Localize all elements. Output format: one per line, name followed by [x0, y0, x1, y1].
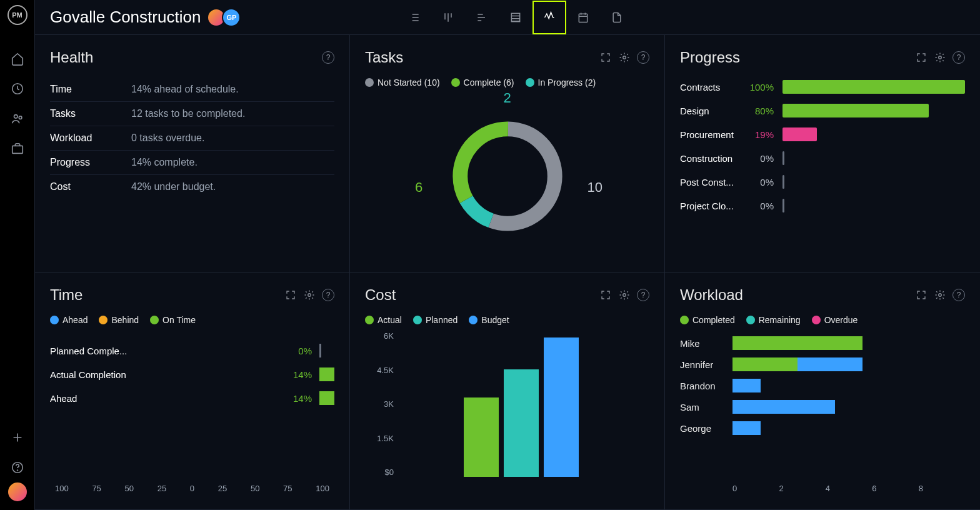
- expand-icon[interactable]: [915, 51, 928, 64]
- legend-item: Not Started (10): [365, 78, 440, 88]
- svg-rect-6: [511, 13, 519, 21]
- help-icon[interactable]: ?: [322, 289, 334, 301]
- health-row: Workload0 tasks overdue.: [50, 126, 334, 151]
- nav-help[interactable]: [5, 452, 30, 482]
- gear-icon[interactable]: [934, 289, 946, 301]
- help-icon[interactable]: ?: [322, 51, 334, 64]
- expand-icon[interactable]: [599, 289, 612, 301]
- view-sheet[interactable]: [499, 1, 532, 34]
- progress-panel: Progress ? Contracts100% Design80% Procu…: [665, 35, 980, 272]
- donut-value: 10: [588, 179, 602, 196]
- legend-item: On Time: [150, 315, 196, 325]
- health-row: Progress14% complete.: [50, 151, 334, 175]
- gear-icon[interactable]: [303, 289, 316, 301]
- legend-item: Budget: [469, 315, 509, 325]
- view-calendar[interactable]: [566, 1, 600, 34]
- health-row: Time14% ahead of schedule.: [50, 78, 334, 102]
- svg-point-15: [939, 294, 942, 297]
- nav-add[interactable]: [5, 422, 30, 452]
- panel-title: Cost: [365, 286, 396, 304]
- progress-bars: Contracts100% Design80% Procurement19% C…: [680, 80, 965, 212]
- expand-icon[interactable]: [599, 51, 612, 64]
- view-switcher: [398, 1, 809, 34]
- svg-point-1: [14, 115, 18, 119]
- app-logo[interactable]: PM: [8, 5, 28, 25]
- nav-portfolio[interactable]: [5, 134, 30, 164]
- legend-item: Overdue: [812, 315, 858, 325]
- legend-item: Behind: [99, 315, 139, 325]
- expand-icon[interactable]: [284, 289, 297, 301]
- svg-point-14: [623, 294, 626, 297]
- cost-bar-budget: [544, 338, 579, 477]
- legend-item: Ahead: [50, 315, 88, 325]
- help-icon[interactable]: ?: [637, 51, 649, 64]
- donut-value: 6: [415, 179, 422, 196]
- panel-title: Workload: [680, 286, 743, 304]
- svg-point-13: [308, 294, 311, 297]
- cost-panel: Cost ? Actual Planned Budget 6K4.5K3K1.5…: [350, 272, 665, 510]
- svg-point-12: [939, 56, 942, 59]
- svg-point-5: [17, 470, 18, 471]
- health-row: Tasks12 tasks to be completed.: [50, 102, 334, 126]
- svg-rect-7: [579, 14, 587, 22]
- view-board[interactable]: [431, 1, 465, 34]
- cost-bar-actual: [464, 398, 499, 477]
- svg-point-2: [19, 116, 22, 119]
- cost-bar-planned: [504, 369, 539, 477]
- legend-item: Completed: [680, 315, 735, 325]
- workload-axis: 02468: [680, 484, 965, 496]
- project-title: Govalle Construction: [50, 8, 201, 27]
- left-nav-rail: PM: [0, 0, 35, 510]
- tasks-donut-chart: 2 6 10: [365, 94, 649, 258]
- health-panel: Health ? Time14% ahead of schedule. Task…: [35, 35, 350, 272]
- help-icon[interactable]: ?: [952, 51, 965, 64]
- legend-item: In Progress (2): [526, 78, 596, 88]
- view-dashboard[interactable]: [532, 1, 566, 34]
- svg-rect-3: [12, 146, 22, 153]
- time-axis: 1007550250255075100: [50, 484, 334, 496]
- legend-item: Planned: [413, 315, 458, 325]
- legend-item: Remaining: [746, 315, 801, 325]
- nav-home[interactable]: [5, 44, 30, 74]
- panel-title: Time: [50, 286, 82, 304]
- legend-item: Actual: [365, 315, 402, 325]
- donut-value: 2: [503, 90, 511, 106]
- gear-icon[interactable]: [934, 51, 946, 64]
- view-gantt[interactable]: [465, 1, 499, 34]
- time-panel: Time ? Ahead Behind On Time Planned Comp…: [35, 272, 350, 510]
- view-files[interactable]: [600, 1, 634, 34]
- panel-title: Tasks: [365, 49, 403, 66]
- topbar: Govalle Construction GP: [35, 0, 980, 35]
- help-icon[interactable]: ?: [637, 289, 649, 301]
- tasks-panel: Tasks ? Not Started (10) Complete (6) In…: [350, 35, 665, 272]
- workload-panel: Workload ? Completed Remaining Overdue M…: [665, 272, 980, 510]
- nav-team[interactable]: [5, 104, 30, 134]
- help-icon[interactable]: ?: [952, 289, 965, 301]
- member-avatar[interactable]: GP: [222, 8, 241, 27]
- project-members[interactable]: GP: [211, 8, 241, 27]
- nav-recent[interactable]: [5, 74, 30, 104]
- panel-title: Health: [50, 49, 93, 66]
- health-row: Cost42% under budget.: [50, 175, 334, 199]
- gear-icon[interactable]: [618, 289, 631, 301]
- cost-bar-chart: 6K4.5K3K1.5K$0: [365, 331, 649, 496]
- view-list[interactable]: [398, 1, 431, 34]
- gear-icon[interactable]: [618, 51, 631, 64]
- svg-point-8: [623, 56, 626, 59]
- user-avatar[interactable]: [8, 482, 27, 501]
- panel-title: Progress: [680, 49, 740, 66]
- expand-icon[interactable]: [915, 289, 928, 301]
- legend-item: Complete (6): [451, 78, 514, 88]
